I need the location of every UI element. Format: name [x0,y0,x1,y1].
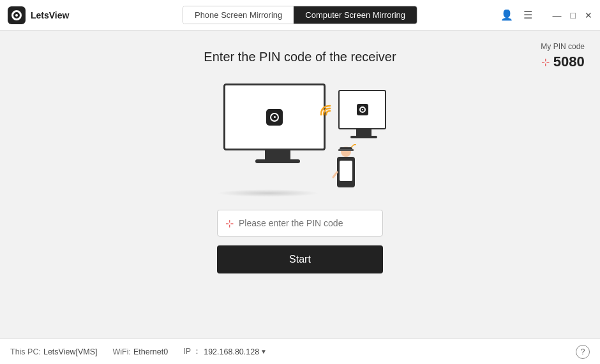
account-icon[interactable]: 👤 [500,9,513,21]
ip-label: IP ： [183,346,201,357]
app-logo-ring [11,10,22,20]
minimize-button[interactable]: — [553,11,562,20]
svg-rect-1 [340,161,352,181]
ip-dropdown[interactable]: 192.168.80.128 ▼ [204,347,267,356]
main-content: My PIN code ⊹ 5080 Enter the PIN code of… [0,31,600,339]
pin-input-wrapper[interactable]: ⊹ [217,210,383,237]
pin-code-badge: My PIN code ⊹ 5080 [541,42,585,70]
close-button[interactable]: ✕ [585,11,592,20]
pin-label: My PIN code [541,42,585,51]
tab-group: Phone Screen Mirroring Computer Screen M… [183,6,417,24]
small-logo [357,104,368,115]
app-logo-dot [15,14,18,17]
input-area: ⊹ Start [217,210,383,273]
help-button[interactable]: ? [576,345,590,359]
wifi-label: WiFi: [112,347,130,356]
wifi-name: Ethernet0 [133,347,168,356]
status-ip: IP ： 192.168.80.128 ▼ [183,346,267,357]
small-base [350,136,377,138]
start-button[interactable]: Start [217,245,383,273]
svg-line-7 [333,172,337,177]
monitor-shadow [217,189,319,197]
svg-rect-4 [338,149,354,151]
tab-phone-mirroring[interactable]: Phone Screen Mirroring [183,6,294,24]
pc-name: LetsView[VMS] [43,347,98,356]
status-wifi: WiFi: Ethernet0 [112,347,168,356]
app-name: LetsView [31,10,69,20]
small-screen [338,90,386,129]
monitor-large [223,84,332,166]
small-stand [356,129,371,136]
phone-person-figure [327,144,365,195]
instruction-text: Enter the PIN code of the receiver [204,50,396,64]
chevron-down-icon: ▼ [260,348,267,355]
monitor-small [338,90,389,147]
window-controls: — □ ✕ [553,11,592,20]
app-logo [8,6,26,24]
monitor-base [255,159,300,163]
monitor-logo-dot [274,116,276,118]
title-bar-actions: 👤 ☰ — □ ✕ [500,9,592,21]
pin-scan-icon: ⊹ [541,56,550,68]
maximize-button[interactable]: □ [571,11,576,20]
status-pc: This PC: LetsView[VMS] [10,347,97,356]
pin-value-row: ⊹ 5080 [541,54,585,70]
menu-icon[interactable]: ☰ [523,9,532,21]
illustration [204,77,396,192]
title-bar: LetsView Phone Screen Mirroring Computer… [0,0,600,31]
tab-computer-mirroring[interactable]: Computer Screen Mirroring [294,6,417,24]
monitor-logo-ring [270,113,279,122]
small-logo-dot [362,109,363,110]
scan-icon: ⊹ [225,217,234,229]
status-bar: This PC: LetsView[VMS] WiFi: Ethernet0 I… [0,339,600,364]
monitor-screen [223,84,326,150]
pin-number: 5080 [553,54,585,70]
pc-label: This PC: [10,347,41,356]
monitor-logo [266,109,283,126]
ip-value: 192.168.80.128 [204,347,259,356]
monitor-stand [265,150,290,159]
pin-input-field[interactable] [239,218,375,228]
small-logo-ring [359,106,366,113]
